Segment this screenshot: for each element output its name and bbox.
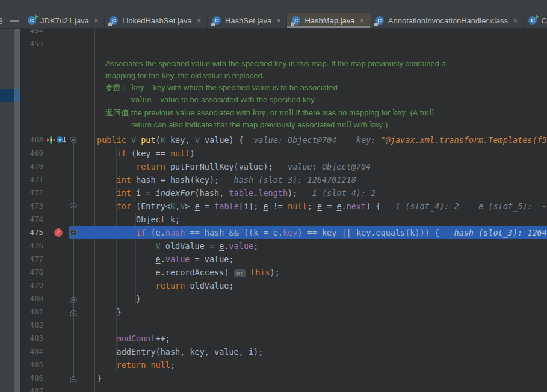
code-line[interactable]: 454: [20, 29, 547, 37]
line-number[interactable]: 487: [20, 385, 43, 392]
code-line-475[interactable]: 475✓ if (e.hash == hash && ((k = e.key) …: [20, 226, 547, 239]
doc-text: if there was no mapping for: [294, 108, 392, 117]
code-token: .: [342, 201, 347, 211]
code-line-486[interactable]: 486}: [20, 372, 547, 385]
line-number[interactable]: 482: [20, 319, 43, 332]
code-line-471[interactable]: 471 int hash = hash(key); hash (slot_3):…: [20, 173, 547, 186]
tab-close-icon[interactable]: ×: [197, 16, 202, 25]
code-token: value: [165, 254, 190, 264]
code-line-484[interactable]: 484 addEntry(hash, key, value, i);: [20, 345, 547, 358]
line-number[interactable]: 474: [20, 213, 43, 226]
code-line-480[interactable]: 480 }: [20, 292, 547, 305]
line-number[interactable]: 480: [20, 292, 43, 305]
line-number[interactable]: 469: [20, 147, 43, 160]
tab-close-icon[interactable]: ×: [360, 16, 365, 25]
doc-text: , or: [266, 108, 279, 117]
code-line-485[interactable]: 485 return null;: [20, 358, 547, 372]
tab-AnnotationInvocationHandler.class[interactable]: CAnnotationInvocationHandler.class×: [371, 13, 524, 28]
code-token: hash = hash(key);: [131, 175, 234, 185]
code-line[interactable]: 455: [20, 37, 547, 51]
tab-close-icon[interactable]: ×: [513, 16, 518, 25]
code-line-478[interactable]: 478 e.recordAccess( m: this);: [20, 266, 547, 279]
tab-HashMap.java[interactable]: CHashMap.java×: [287, 13, 370, 28]
overridden-method-icon[interactable]: [57, 136, 66, 144]
code-text: e.value = value;: [97, 253, 234, 266]
code-token: == hash && ((k =: [185, 228, 273, 237]
line-number[interactable]: 477: [20, 253, 43, 266]
code-line-482[interactable]: 482: [20, 319, 547, 332]
project-panel-scrollbar[interactable]: [14, 29, 20, 392]
rendered-javadoc: Associates the specified value with the …: [20, 51, 547, 133]
code-line-479[interactable]: 479 return oldValue;: [20, 279, 547, 292]
code-token: [97, 360, 117, 370]
line-number[interactable]: 470: [20, 160, 43, 173]
line-number[interactable]: 483: [20, 332, 43, 345]
line-number[interactable]: 471: [20, 173, 43, 186]
code-text: return oldValue;: [97, 279, 234, 292]
doc-text: – value to be associated with the specif…: [152, 95, 315, 104]
code-line-469[interactable]: 469 if (key == null): [20, 147, 547, 160]
code-token: ++;: [156, 334, 170, 343]
code-token: null: [288, 201, 307, 211]
code-token: !=: [268, 201, 288, 211]
code-token: .: [278, 228, 283, 237]
code-line-481[interactable]: 481 }: [20, 305, 547, 319]
tab-JDK7u21.java[interactable]: CJDK7u21.java×: [23, 13, 105, 28]
editor-tab-bar: 3 CJDK7u21.java×CLinkedHashSet.java×CHas…: [0, 0, 547, 29]
line-number[interactable]: 476: [20, 239, 43, 253]
code-editor[interactable]: 454455Associates the specified value wit…: [20, 29, 547, 392]
code-token: .recordAccess(: [161, 268, 234, 277]
code-text: }: [97, 372, 102, 385]
code-line-477[interactable]: 477 e.value = value;: [20, 253, 547, 266]
code-token: [97, 334, 117, 343]
project-panel-scrollbar-thumb[interactable]: [14, 89, 20, 102]
code-token: =: [200, 201, 214, 211]
code-token: K: [161, 135, 165, 145]
line-number[interactable]: 481: [20, 305, 43, 319]
code-token: [97, 268, 156, 277]
doc-line: Associates the specified value with the …: [105, 58, 446, 70]
code-token: );: [288, 188, 312, 198]
breakpoint-icon[interactable]: ✓: [54, 228, 63, 237]
line-number[interactable]: 484: [20, 345, 43, 358]
minus-icon[interactable]: [10, 20, 19, 22]
code-text: Object k;: [97, 213, 180, 226]
tab-label: HashMap.java: [304, 16, 354, 25]
code-token: );: [270, 268, 280, 277]
code-line-476[interactable]: 476 V oldValue = e.value;: [20, 239, 547, 253]
tab-list: CJDK7u21.java×CLinkedHashSet.java×CHashS…: [23, 13, 547, 28]
project-panel-selected-row[interactable]: [0, 89, 14, 102]
tab-close-icon[interactable]: ×: [276, 16, 281, 25]
line-number[interactable]: 472: [20, 186, 43, 200]
code-line-473[interactable]: 473 for (Entry<K,V> e = table[i]; e != n…: [20, 200, 547, 213]
code-token: V: [156, 241, 161, 251]
code-line-468[interactable]: 468public V put(K key, V value) { value:…: [20, 133, 547, 147]
method-breakpoint-icon[interactable]: [47, 136, 55, 144]
tab-LinkedHashSet.java[interactable]: CLinkedHashSet.java×: [105, 13, 208, 28]
doc-section-label: 参数:: [105, 82, 126, 94]
line-number[interactable]: 468: [20, 133, 43, 147]
code-line-487[interactable]: 487: [20, 385, 547, 392]
code-line-474[interactable]: 474 Object k;: [20, 213, 547, 226]
code-token: key,: [165, 135, 195, 145]
doc-text: return can also indicate that the map pr…: [131, 120, 337, 129]
line-number[interactable]: 473: [20, 200, 43, 213]
line-number[interactable]: 485: [20, 358, 43, 372]
line-number[interactable]: 455: [20, 37, 43, 51]
line-number[interactable]: 486: [20, 372, 43, 385]
line-number[interactable]: 454: [20, 29, 43, 37]
tab-Common[interactable]: CCommon: [524, 13, 547, 28]
code-token: key:: [356, 135, 381, 145]
line-number[interactable]: 479: [20, 279, 43, 292]
code-line-470[interactable]: 470 return putForNullKey(value); value: …: [20, 160, 547, 173]
code-token: ;: [253, 241, 258, 251]
line-number[interactable]: 475: [20, 226, 43, 239]
code-text: return putForNullKey(value); value: Obje…: [97, 160, 371, 173]
code-line-472[interactable]: 472 int i = indexFor(hash, table.length)…: [20, 186, 547, 200]
tab-HashSet.java[interactable]: CHashSet.java×: [208, 13, 288, 28]
doc-text: with: [351, 120, 369, 129]
project-panel-edge[interactable]: [0, 29, 14, 392]
code-line-483[interactable]: 483 modCount++;: [20, 332, 547, 345]
tab-close-icon[interactable]: ×: [94, 16, 99, 25]
line-number[interactable]: 478: [20, 266, 43, 279]
